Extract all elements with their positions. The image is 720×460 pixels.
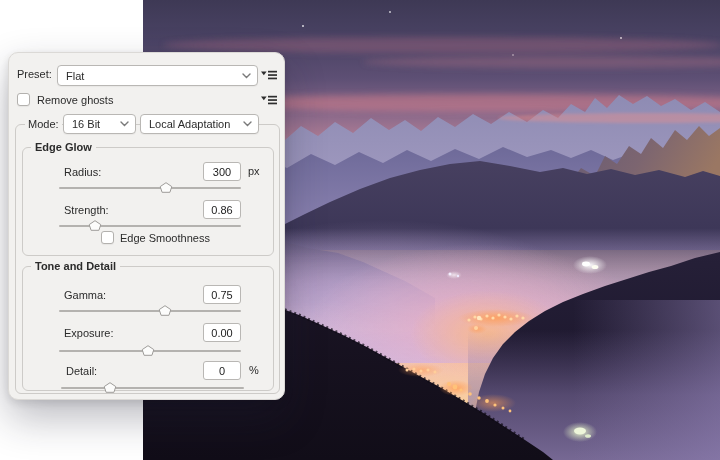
preset-select[interactable]: Flat: [57, 65, 258, 86]
gamma-slider-thumb[interactable]: [158, 305, 171, 316]
edge-smoothness-checkbox[interactable]: [101, 231, 114, 244]
remove-ghosts-label: Remove ghosts: [37, 94, 113, 107]
hdr-toning-dialog: Preset: Flat Remove ghosts Mode: 16 Bit …: [8, 52, 285, 400]
remove-ghosts-menu-icon[interactable]: [261, 94, 277, 106]
detail-slider-thumb[interactable]: [104, 382, 117, 393]
tone-detail-legend: Tone and Detail: [31, 260, 120, 272]
detail-unit: %: [249, 364, 259, 377]
strength-label: Strength:: [64, 204, 109, 217]
exposure-label: Exposure:: [64, 327, 114, 340]
mode-bit-depth-select[interactable]: 16 Bit: [63, 114, 136, 134]
gamma-slider-track: [59, 310, 241, 312]
gamma-slider[interactable]: [59, 305, 241, 316]
detail-label: Detail:: [66, 365, 97, 378]
radius-slider-thumb[interactable]: [160, 182, 173, 193]
strength-input[interactable]: [203, 200, 241, 219]
edge-glow-legend: Edge Glow: [31, 141, 96, 153]
chevron-down-icon: [243, 121, 252, 127]
mode-bit-depth-value: 16 Bit: [72, 118, 100, 130]
edge-smoothness-label: Edge Smoothness: [120, 232, 210, 245]
screenshot-root: Preset: Flat Remove ghosts Mode: 16 Bit …: [0, 0, 720, 460]
radius-slider[interactable]: [59, 182, 241, 193]
detail-slider-track: [61, 387, 244, 389]
radius-input[interactable]: [203, 162, 241, 181]
strength-slider-thumb[interactable]: [89, 220, 102, 231]
exposure-slider-thumb[interactable]: [142, 345, 155, 356]
gamma-label: Gamma:: [64, 289, 106, 302]
radius-unit: px: [248, 165, 260, 178]
radius-slider-track: [59, 187, 241, 189]
strength-slider-track: [59, 225, 241, 227]
exposure-input[interactable]: [203, 323, 241, 342]
remove-ghosts-checkbox[interactable]: [17, 93, 30, 106]
mode-method-value: Local Adaptation: [149, 118, 230, 130]
gamma-input[interactable]: [203, 285, 241, 304]
strength-slider[interactable]: [59, 220, 241, 231]
radius-label: Radius:: [64, 166, 101, 179]
chevron-down-icon: [242, 73, 251, 79]
mode-label: Mode:: [25, 118, 62, 131]
detail-input[interactable]: [203, 361, 241, 380]
mode-method-select[interactable]: Local Adaptation: [140, 114, 259, 134]
preset-select-value: Flat: [66, 70, 84, 82]
detail-slider[interactable]: [61, 382, 244, 393]
preset-menu-icon[interactable]: [261, 69, 277, 81]
chevron-down-icon: [120, 121, 129, 127]
exposure-slider[interactable]: [59, 345, 241, 356]
preset-label: Preset:: [17, 68, 52, 81]
